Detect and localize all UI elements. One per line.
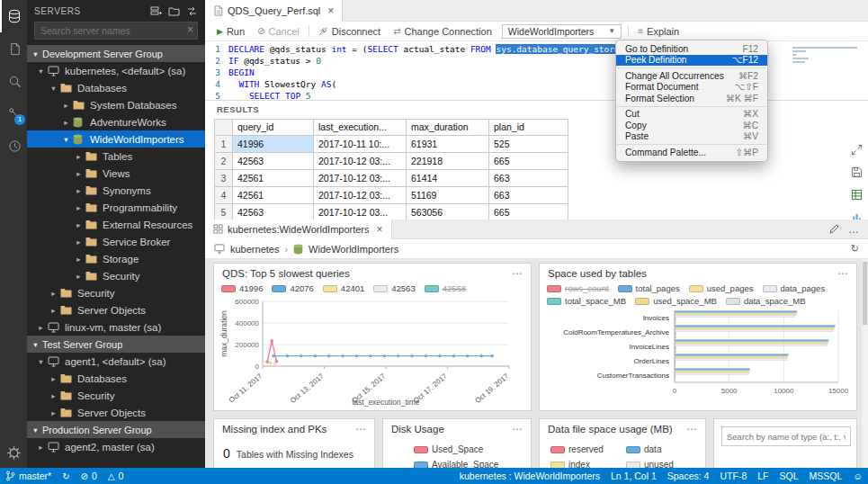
collapsed-twisty-icon[interactable]: ▸ <box>74 169 84 178</box>
code-line[interactable]: 5 SELECT TOP 5 <box>205 90 666 101</box>
more-icon[interactable]: … <box>837 264 849 277</box>
row-number[interactable]: 2 <box>215 153 233 170</box>
minimap[interactable] <box>792 45 863 65</box>
row-number[interactable]: 1 <box>215 136 233 153</box>
status-warnings[interactable]: △0 <box>103 468 130 484</box>
cell[interactable]: 42563 <box>233 204 314 220</box>
cell[interactable]: 42561 <box>233 187 314 204</box>
collapsed-twisty-icon[interactable]: ▸ <box>74 272 84 281</box>
code-line[interactable]: 4 WITH SlowestQry AS( <box>205 78 666 90</box>
expanded-twisty-icon[interactable]: ▾ <box>31 340 40 349</box>
status-sync[interactable]: ↻ <box>57 468 75 484</box>
menu-item-copy[interactable]: Copy⌘C <box>616 120 767 131</box>
status-provider[interactable]: MSSQL <box>804 471 848 481</box>
cell[interactable]: 51169 <box>407 187 489 204</box>
close-tab-icon[interactable]: × <box>327 4 334 17</box>
more-icon[interactable]: … <box>512 264 523 277</box>
datafile-legend-reserved[interactable]: reserved <box>550 444 622 454</box>
collapsed-twisty-icon[interactable]: ▸ <box>74 220 84 229</box>
collapsed-twisty-icon[interactable]: ▸ <box>49 374 58 383</box>
space-legend-total-pages[interactable]: total_pages <box>618 283 680 293</box>
more-actions-icon[interactable]: … <box>848 223 859 236</box>
datafile-legend-unused[interactable]: unused <box>626 460 698 468</box>
tab-qds-query-perf[interactable]: QDS_Query_Perf.sql × <box>205 0 343 22</box>
breadcrumb-database[interactable]: WideWorldImporters <box>309 244 398 255</box>
server-filter-input[interactable] <box>34 22 198 40</box>
menu-item-format-document[interactable]: Format Document⌥⇧F <box>616 82 767 94</box>
disconnect-button[interactable]: Disconnect <box>312 22 387 40</box>
expanded-twisty-icon[interactable]: ▾ <box>36 357 46 366</box>
status-language[interactable]: SQL <box>774 471 803 481</box>
space-legend-used-space-mb[interactable]: used_space_MB <box>635 296 717 306</box>
collapsed-twisty-icon[interactable]: ▸ <box>61 101 71 110</box>
space-legend-data-space-mb[interactable]: data_space_MB <box>726 296 806 306</box>
feedback-icon[interactable]: ☺ <box>847 471 868 481</box>
cell[interactable]: 563056 <box>407 204 489 220</box>
cell[interactable]: 61931 <box>407 136 489 153</box>
code-line[interactable]: 1DECLARE @qds_status int = (SELECT actua… <box>205 43 666 55</box>
cell[interactable]: 2017-10-12 03:... <box>314 187 407 204</box>
space-legend-used-pages[interactable]: used_pages <box>689 283 754 293</box>
collapsed-twisty-icon[interactable]: ▸ <box>49 391 58 400</box>
dashboard-scrollbar[interactable] <box>862 259 868 468</box>
tree-item-agent1-default-sa[interactable]: ▾agent1, <default> (sa) <box>27 353 205 370</box>
collapsed-twisty-icon[interactable]: ▸ <box>74 203 84 212</box>
menu-item-format-selection[interactable]: Format Selection⌘K ⌘F <box>616 93 767 104</box>
history-icon[interactable] <box>0 130 27 162</box>
status-errors[interactable]: ⊘0 <box>76 468 103 484</box>
add-connection-icon[interactable] <box>150 5 162 17</box>
space-legend-data-pages[interactable]: data_pages <box>763 283 826 293</box>
status-git-branch[interactable]: master* <box>0 468 57 484</box>
save-csv-icon[interactable] <box>851 166 863 178</box>
tree-item-programmability[interactable]: ▸Programmability <box>27 199 205 216</box>
row-number[interactable]: 3 <box>215 170 233 187</box>
collapsed-twisty-icon[interactable]: ▸ <box>74 238 84 246</box>
code-line[interactable]: 3BEGIN <box>205 67 666 78</box>
tree-item-agent2-master-sa[interactable]: ▸agent2, master (sa) <box>27 438 205 455</box>
new-server-group-icon[interactable] <box>168 5 180 17</box>
cell[interactable]: 2017-10-12 03... <box>314 204 407 220</box>
tree-item-system-databases[interactable]: ▸System Databases <box>27 96 205 113</box>
code-editor[interactable]: 1DECLARE @qds_status int = (SELECT actua… <box>205 41 868 101</box>
collapsed-twisty-icon[interactable]: ▸ <box>36 443 46 452</box>
status-connection[interactable]: kubernetes : WideWorldImporters <box>454 471 605 481</box>
expanded-twisty-icon[interactable]: ▾ <box>61 135 71 144</box>
qds-legend-41996[interactable]: 41996 <box>221 283 263 293</box>
tree-item-synonyms[interactable]: ▸Synonyms <box>27 182 205 199</box>
tree-item-tables[interactable]: ▸Tables <box>27 148 205 165</box>
menu-item-command-palette[interactable]: Command Palette...⇧⌘P <box>616 147 767 158</box>
menu-item-go-to-definition[interactable]: Go to DefinitionF12 <box>616 43 767 55</box>
qds-legend-42076[interactable]: 42076 <box>272 283 313 293</box>
cell[interactable]: 2017-10-12 03:... <box>314 170 407 187</box>
menu-item-cut[interactable]: Cut⌘X <box>616 109 767 121</box>
column-header-max-duration[interactable]: max_duration <box>407 120 489 136</box>
expanded-twisty-icon[interactable]: ▾ <box>36 67 46 76</box>
save-excel-icon[interactable] <box>851 189 863 201</box>
datafile-legend-data[interactable]: data <box>626 444 698 454</box>
server-group-development-server-group[interactable]: ▾Development Server Group <box>27 45 205 62</box>
code-line[interactable]: 2IF @qds_status > 0 <box>205 55 666 67</box>
cell[interactable]: 2017-10-12 03:... <box>314 153 407 170</box>
cell[interactable]: 665 <box>489 204 568 220</box>
status-cursor-position[interactable]: Ln 1, Col 1 <box>605 471 662 481</box>
maximize-panel-icon[interactable] <box>851 144 863 156</box>
status-indentation[interactable]: Spaces: 4 <box>662 471 715 481</box>
cell[interactable]: 665 <box>489 153 568 170</box>
run-button[interactable]: ▶ Run <box>210 22 251 40</box>
collapsed-twisty-icon[interactable]: ▸ <box>36 323 46 332</box>
edit-dashboard-icon[interactable] <box>828 224 839 235</box>
cell[interactable]: 221918 <box>407 153 489 170</box>
search-icon[interactable] <box>0 65 27 97</box>
connections-icon[interactable]: 1 <box>0 97 27 130</box>
cell[interactable]: 663 <box>489 187 568 204</box>
tree-item-adventureworks[interactable]: ▸AdventureWorks <box>27 113 205 130</box>
qds-legend-42563[interactable]: 42563 <box>373 283 415 293</box>
disk-legend-used-space[interactable]: Used_Space <box>414 444 498 454</box>
status-eol[interactable]: LF <box>752 471 774 481</box>
clear-search-icon[interactable]: × <box>187 23 193 36</box>
cell[interactable]: 41996 <box>233 136 314 153</box>
expanded-twisty-icon[interactable]: ▾ <box>31 49 40 58</box>
tree-item-linux-vm-master-sa[interactable]: ▸linux-vm, master (sa) <box>27 318 205 336</box>
cancel-button[interactable]: ⊘ Cancel <box>251 22 306 40</box>
collapsed-twisty-icon[interactable]: ▸ <box>74 255 84 264</box>
